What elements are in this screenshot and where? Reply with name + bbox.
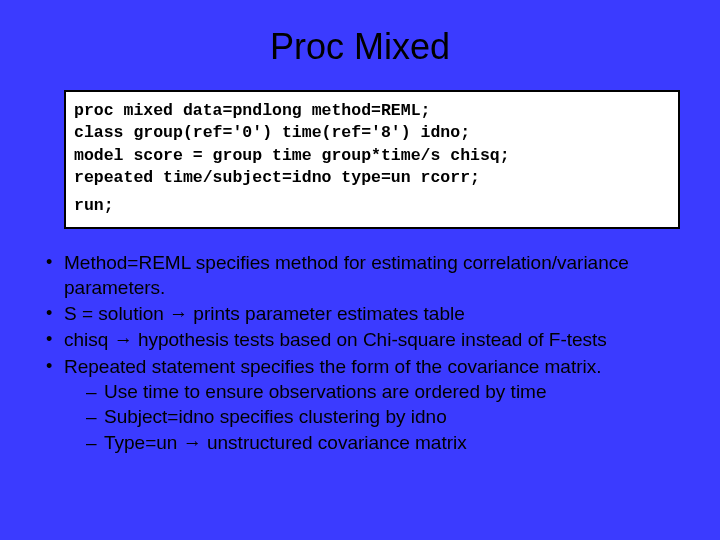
bullet-list: Method=REML specifies method for estimat… <box>28 251 692 455</box>
arrow-icon: → <box>169 303 188 324</box>
sub-list-item: Type=un → unstructured covariance matrix <box>84 431 692 455</box>
code-line: run; <box>74 195 670 217</box>
bullet-text-part: hypothesis tests based on Chi-square ins… <box>133 329 607 350</box>
sub-list: Use time to ensure observations are orde… <box>64 380 692 455</box>
list-item: Method=REML specifies method for estimat… <box>36 251 692 300</box>
code-line: repeated time/subject=idno type=un rcorr… <box>74 167 670 189</box>
bullet-text-part: prints parameter estimates table <box>188 303 465 324</box>
sub-list-item: Use time to ensure observations are orde… <box>84 380 692 404</box>
bullet-text-part: S = solution <box>64 303 169 324</box>
slide-title: Proc Mixed <box>28 26 692 68</box>
sub-text: Subject=idno specifies clustering by idn… <box>104 406 447 427</box>
code-line: proc mixed data=pndlong method=REML; <box>74 100 670 122</box>
list-item: Repeated statement specifies the form of… <box>36 355 692 455</box>
arrow-icon: → <box>114 329 133 350</box>
list-item: chisq → hypothesis tests based on Chi-sq… <box>36 328 692 352</box>
code-line: class group(ref='0') time(ref='8') idno; <box>74 122 670 144</box>
list-item: S = solution → prints parameter estimate… <box>36 302 692 326</box>
sub-text: Use time to ensure observations are orde… <box>104 381 547 402</box>
arrow-icon: → <box>183 432 202 453</box>
slide: Proc Mixed proc mixed data=pndlong metho… <box>0 0 720 540</box>
code-block: proc mixed data=pndlong method=REML;clas… <box>64 90 680 229</box>
bullet-text: Repeated statement specifies the form of… <box>64 356 602 377</box>
bullet-text-part: chisq <box>64 329 114 350</box>
bullet-text: Method=REML specifies method for estimat… <box>64 252 629 297</box>
sub-list-item: Subject=idno specifies clustering by idn… <box>84 405 692 429</box>
sub-text-part: Type=un <box>104 432 183 453</box>
code-line: model score = group time group*time/s ch… <box>74 145 670 167</box>
sub-text-part: unstructured covariance matrix <box>202 432 467 453</box>
